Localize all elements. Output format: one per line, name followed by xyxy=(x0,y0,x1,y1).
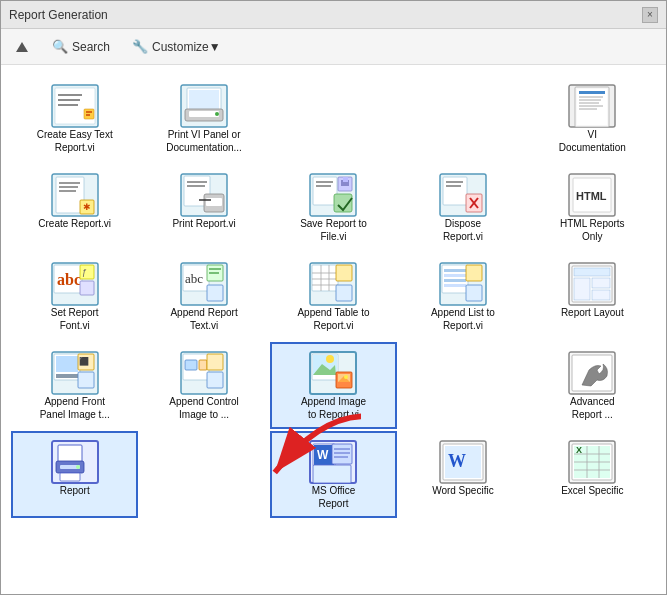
svg-text:abc: abc xyxy=(57,271,81,288)
append-table-label: Append Table toReport.vi xyxy=(297,307,369,332)
append-front-panel-icon: ⬛ xyxy=(50,350,100,396)
item-empty1 xyxy=(270,75,397,162)
advanced-report-label: AdvancedReport ... xyxy=(570,396,614,421)
item-print-vi-panel[interactable]: Print VI Panel orDocumentation... xyxy=(140,75,267,162)
html-reports-label: HTML ReportsOnly xyxy=(560,218,625,243)
svg-rect-99 xyxy=(199,360,207,370)
report-icon xyxy=(50,439,100,485)
item-dispose-report[interactable]: DisposeReport.vi xyxy=(399,164,526,251)
svg-rect-127 xyxy=(313,465,351,483)
svg-rect-17 xyxy=(579,91,605,94)
item-advanced-report[interactable]: AdvancedReport ... xyxy=(529,342,656,429)
item-append-front-panel[interactable]: ⬛ Append FrontPanel Image t... xyxy=(11,342,138,429)
append-list-label: Append List toReport.vi xyxy=(431,307,495,332)
print-report-icon xyxy=(179,172,229,218)
svg-rect-74 xyxy=(336,285,352,301)
create-report-label: Create Report.vi xyxy=(38,218,111,231)
svg-rect-87 xyxy=(592,278,610,288)
svg-rect-101 xyxy=(207,372,223,388)
close-button[interactable]: × xyxy=(642,7,658,23)
customize-label: Customize▼ xyxy=(152,40,221,54)
customize-icon: 🔧 xyxy=(132,39,148,54)
item-empty3 xyxy=(399,342,526,429)
svg-rect-117 xyxy=(60,473,80,481)
item-html-reports[interactable]: HTML HTML ReportsOnly xyxy=(529,164,656,251)
word-specific-icon: W xyxy=(438,439,488,485)
svg-rect-35 xyxy=(206,198,222,206)
svg-text:✱: ✱ xyxy=(83,202,91,212)
ms-office-report-icon: W xyxy=(308,439,358,485)
svg-text:ƒ: ƒ xyxy=(82,267,87,277)
append-list-icon xyxy=(438,261,488,307)
svg-rect-100 xyxy=(207,354,223,370)
svg-text:HTML: HTML xyxy=(576,190,607,202)
search-button[interactable]: 🔍 Search xyxy=(45,36,117,57)
item-report-layout[interactable]: Report Layout xyxy=(529,253,656,340)
svg-rect-16 xyxy=(577,89,607,125)
item-empty2 xyxy=(399,75,526,162)
vi-documentation-icon xyxy=(567,83,617,129)
svg-rect-42 xyxy=(343,177,348,182)
item-create-report[interactable]: ✱ Create Report.vi xyxy=(11,164,138,251)
item-append-report-text[interactable]: abc Append ReportText.vi xyxy=(140,253,267,340)
up-button[interactable] xyxy=(9,39,37,55)
search-label: Search xyxy=(72,40,110,54)
create-easy-text-icon xyxy=(50,83,100,129)
item-append-image[interactable]: Append Imageto Report.vi xyxy=(270,342,397,429)
append-front-panel-label: Append FrontPanel Image t... xyxy=(40,396,110,421)
ms-office-report-label: MS OfficeReport xyxy=(312,485,356,510)
toolbar: 🔍 Search 🔧 Customize▼ xyxy=(1,29,666,65)
append-control-label: Append ControlImage to ... xyxy=(169,396,239,421)
item-append-list[interactable]: Append List toReport.vi xyxy=(399,253,526,340)
item-create-easy-text[interactable]: Create Easy TextReport.vi xyxy=(11,75,138,162)
item-append-table[interactable]: Append Table toReport.vi xyxy=(270,253,397,340)
customize-button[interactable]: 🔧 Customize▼ xyxy=(125,36,228,57)
item-save-report-file[interactable]: Save Report toFile.vi xyxy=(270,164,397,251)
svg-text:abc: abc xyxy=(185,271,203,286)
item-vi-documentation[interactable]: VIDocumentation xyxy=(529,75,656,162)
print-vi-panel-icon xyxy=(179,83,229,129)
print-vi-panel-label: Print VI Panel orDocumentation... xyxy=(166,129,242,154)
append-control-icon xyxy=(179,350,229,396)
item-excel-specific[interactable]: X Excel Specific xyxy=(529,431,656,518)
dispose-report-icon xyxy=(438,172,488,218)
svg-rect-85 xyxy=(574,268,610,276)
content-area: Create Easy TextReport.vi Print VI Panel… xyxy=(1,65,666,594)
set-report-font-icon: abc ƒ xyxy=(50,261,100,307)
save-report-file-label: Save Report toFile.vi xyxy=(300,218,367,243)
grid: Create Easy TextReport.vi Print VI Panel… xyxy=(11,75,656,518)
svg-rect-44 xyxy=(443,177,467,205)
icon-grid: Create Easy TextReport.vi Print VI Panel… xyxy=(11,75,656,518)
item-append-control[interactable]: Append ControlImage to ... xyxy=(140,342,267,429)
item-set-report-font[interactable]: abc ƒ Set ReportFont.vi xyxy=(11,253,138,340)
item-empty4 xyxy=(140,431,267,518)
svg-point-110 xyxy=(344,375,348,379)
svg-rect-88 xyxy=(592,290,610,300)
svg-point-118 xyxy=(76,465,80,469)
vi-documentation-label: VIDocumentation xyxy=(559,129,626,154)
svg-text:X: X xyxy=(576,445,582,455)
svg-text:⬛: ⬛ xyxy=(79,356,89,366)
item-print-report[interactable]: Print Report.vi xyxy=(140,164,267,251)
svg-rect-10 xyxy=(189,90,219,110)
svg-point-13 xyxy=(215,112,219,116)
svg-rect-67 xyxy=(312,265,338,291)
svg-rect-5 xyxy=(84,109,94,119)
create-report-icon: ✱ xyxy=(50,172,100,218)
item-word-specific[interactable]: W Word Specific xyxy=(399,431,526,518)
item-ms-office-report[interactable]: W MS OfficeReport xyxy=(270,431,397,518)
svg-rect-123 xyxy=(332,444,352,464)
item-report[interactable]: Report xyxy=(11,431,138,518)
svg-rect-12 xyxy=(189,111,219,117)
create-easy-text-label: Create Easy TextReport.vi xyxy=(37,129,113,154)
word-specific-label: Word Specific xyxy=(432,485,494,498)
dispose-report-label: DisposeReport.vi xyxy=(443,218,483,243)
svg-point-106 xyxy=(326,355,334,363)
excel-specific-label: Excel Specific xyxy=(561,485,623,498)
svg-rect-91 xyxy=(56,356,78,372)
svg-rect-79 xyxy=(444,279,466,282)
svg-rect-94 xyxy=(78,372,94,388)
append-image-label: Append Imageto Report.vi xyxy=(301,396,366,421)
title-bar: Report Generation × xyxy=(1,1,666,29)
report-layout-label: Report Layout xyxy=(561,307,624,320)
